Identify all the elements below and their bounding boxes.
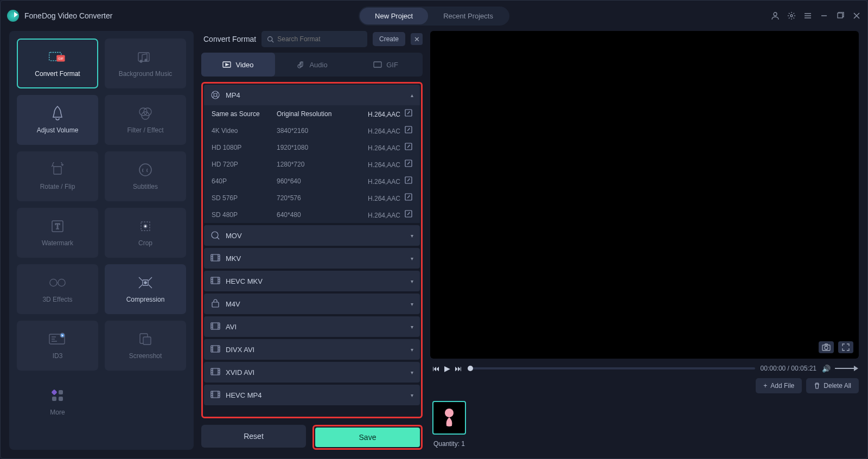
tool-label: Subtitles: [133, 183, 158, 190]
edit-icon[interactable]: [405, 210, 412, 218]
tool-id3[interactable]: ID3: [17, 321, 98, 371]
chevron-down-icon: ▾: [411, 392, 413, 398]
progress-handle[interactable]: [468, 366, 473, 371]
tool-more[interactable]: More: [17, 377, 98, 427]
svg-point-0: [774, 12, 777, 16]
compression-icon: [136, 275, 155, 290]
format-row[interactable]: 4K Video3840*2160H.264,AAC: [204, 122, 420, 139]
format-row[interactable]: HD 720P1280*720H.264,AAC: [204, 156, 420, 173]
audio-icon: [296, 60, 305, 69]
format-group-hevc-mkv: HEVC MKV▾: [204, 271, 420, 291]
volume-icon[interactable]: 🔊: [822, 365, 831, 373]
tab-gif[interactable]: GIF: [349, 53, 423, 76]
edit-icon[interactable]: [405, 109, 412, 117]
svg-rect-12: [54, 167, 61, 174]
delete-all-button[interactable]: Delete All: [806, 378, 859, 393]
format-row[interactable]: 640P960*640H.264,AAC: [204, 173, 420, 189]
format-icon: [210, 253, 220, 263]
format-group-head[interactable]: MOV▾: [204, 225, 420, 246]
format-row[interactable]: SD 480P640*480H.264,AAC: [204, 206, 420, 223]
chevron-down-icon: ▾: [411, 347, 413, 353]
reset-button[interactable]: Reset: [201, 425, 306, 448]
svg-rect-28: [52, 397, 56, 401]
menu-icon[interactable]: [803, 11, 812, 20]
3d-effects-icon: [48, 275, 67, 290]
subtitles-icon: [136, 162, 155, 177]
chevron-up-icon: ▴: [411, 92, 413, 98]
format-group-head[interactable]: HEVC MKV▾: [204, 271, 420, 291]
tool-crop[interactable]: Crop: [105, 208, 186, 258]
svg-rect-6: [138, 53, 149, 61]
format-icon: [210, 390, 220, 400]
format-row[interactable]: Same as SourceOriginal ResolutionH.264,A…: [204, 105, 420, 122]
svg-point-19: [58, 279, 65, 286]
video-preview[interactable]: [430, 31, 859, 359]
maximize-icon[interactable]: [836, 11, 845, 20]
close-panel-button[interactable]: ✕: [411, 33, 423, 45]
save-button[interactable]: Save: [315, 428, 420, 447]
edit-icon[interactable]: [405, 126, 412, 133]
tool-filter-effect[interactable]: Filter / Effect: [105, 95, 186, 145]
tool-watermark[interactable]: TWatermark: [17, 208, 98, 258]
fullscreen-button[interactable]: [838, 341, 853, 353]
format-group-head[interactable]: MKV▾: [204, 248, 420, 269]
tab-audio[interactable]: Audio: [275, 53, 349, 76]
tool-screenshot[interactable]: Screenshot: [105, 321, 186, 371]
edit-icon[interactable]: [405, 176, 412, 184]
format-group-head[interactable]: AVI▾: [204, 316, 420, 337]
format-group-head-mp4[interactable]: MP4▴: [204, 85, 420, 105]
format-group-head[interactable]: XVID AVI▾: [204, 362, 420, 382]
tool-adjust-volume[interactable]: Adjust Volume: [17, 95, 98, 145]
thumbnail-item[interactable]: Quantity: 1: [432, 401, 466, 448]
chevron-down-icon: ▾: [411, 233, 413, 239]
background-music-icon: [136, 49, 155, 65]
create-button[interactable]: Create: [373, 32, 405, 46]
tool-convert-format[interactable]: GIFConvert Format: [17, 39, 98, 88]
tab-video[interactable]: Video: [201, 53, 275, 76]
format-row[interactable]: HD 1080P1920*1080H.264,AAC: [204, 139, 420, 156]
format-group-head[interactable]: HEVC MP4▾: [204, 385, 420, 405]
minimize-icon[interactable]: [820, 11, 828, 20]
add-file-button[interactable]: +Add File: [756, 378, 802, 393]
play-button[interactable]: ▶: [444, 364, 450, 373]
id3-icon: [48, 331, 67, 347]
tool-compression[interactable]: Compression: [105, 264, 186, 314]
edit-icon[interactable]: [405, 193, 412, 201]
panel-title: Convert Format: [203, 35, 256, 43]
snapshot-button[interactable]: [819, 341, 834, 353]
svg-rect-43: [211, 254, 220, 261]
tool-label: Watermark: [42, 239, 73, 247]
volume-slider[interactable]: [835, 368, 857, 369]
format-group-head[interactable]: DIVX AVI▾: [204, 339, 420, 360]
close-icon[interactable]: [852, 11, 861, 20]
svg-rect-26: [51, 389, 57, 395]
progress-bar[interactable]: [468, 367, 755, 369]
tool-label: Filter / Effect: [127, 126, 163, 134]
tool-label: More: [50, 409, 65, 416]
format-group-divx-avi: DIVX AVI▾: [204, 339, 420, 360]
prev-button[interactable]: ⏮: [432, 364, 440, 373]
svg-rect-46: [211, 323, 220, 329]
svg-rect-32: [374, 62, 381, 67]
format-row[interactable]: SD 576P720*576H.264,AAC: [204, 189, 420, 206]
format-group-mkv: MKV▾: [204, 248, 420, 269]
tool-background-music[interactable]: Background Music: [105, 39, 186, 88]
tool-rotate-flip[interactable]: Rotate / Flip: [17, 151, 98, 201]
tab-recent-projects[interactable]: Recent Projects: [428, 8, 508, 24]
edit-icon[interactable]: [405, 160, 412, 167]
format-icon: [210, 345, 220, 354]
svg-rect-2: [838, 13, 843, 18]
next-button[interactable]: ⏭: [455, 364, 462, 373]
user-icon[interactable]: [771, 11, 780, 20]
search-format-input[interactable]: [261, 31, 367, 47]
project-tabs: New Project Recent Projects: [359, 7, 509, 25]
tool-3d-effects[interactable]: 3D Effects: [17, 264, 98, 314]
settings-icon[interactable]: [787, 11, 796, 20]
format-group-head[interactable]: M4V▾: [204, 294, 420, 314]
edit-icon[interactable]: [405, 143, 412, 150]
svg-rect-27: [59, 390, 63, 394]
tab-new-project[interactable]: New Project: [360, 8, 428, 24]
svg-rect-45: [212, 302, 219, 307]
search-input-field[interactable]: [277, 35, 362, 43]
tool-subtitles[interactable]: Subtitles: [105, 151, 186, 201]
